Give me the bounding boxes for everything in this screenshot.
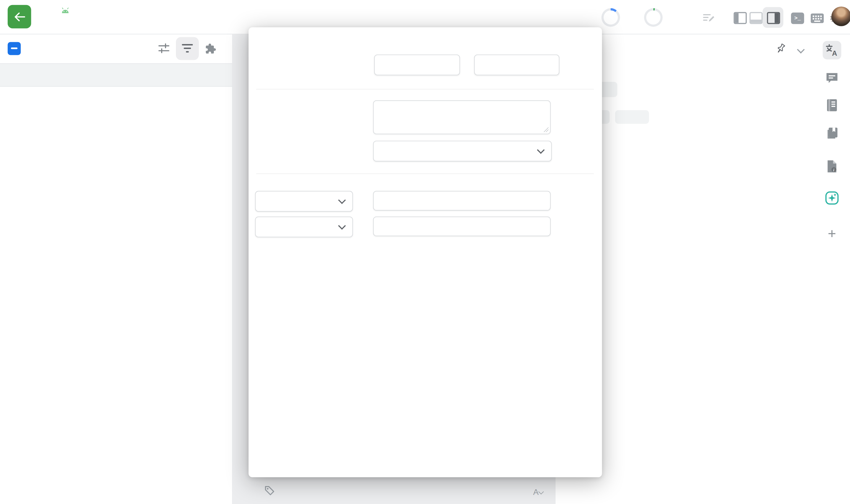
translated-progress-ring[interactable] xyxy=(602,8,620,27)
back-button[interactable] xyxy=(8,5,31,29)
pin-icon[interactable] xyxy=(776,43,786,53)
app-window: >_ ⚙ xyxy=(0,0,850,504)
labels-exclude-tags[interactable] xyxy=(373,216,551,236)
strings-panel xyxy=(0,34,232,504)
advanced-filter-modal xyxy=(248,27,602,477)
search-input[interactable] xyxy=(31,43,148,54)
verbal-expression-textarea[interactable] xyxy=(373,100,551,134)
column-header xyxy=(0,64,232,87)
journal-icon[interactable] xyxy=(822,96,841,115)
translate-icon[interactable]: A xyxy=(822,41,841,59)
labels-include-tags[interactable] xyxy=(373,191,551,211)
layout-left-icon[interactable] xyxy=(734,12,747,24)
puzzle-icon[interactable] xyxy=(204,42,217,55)
arrow-left-icon xyxy=(14,12,25,21)
icon-rail: A i + xyxy=(813,34,850,504)
avatar[interactable] xyxy=(831,6,850,26)
resize-grip[interactable] xyxy=(544,127,549,132)
font-size-icon[interactable]: A xyxy=(533,487,543,496)
breadcrumb xyxy=(41,5,75,15)
layout-right-icon[interactable] xyxy=(767,12,780,24)
svg-text:A: A xyxy=(832,49,837,57)
file-info-icon[interactable]: i xyxy=(822,157,841,176)
terminal-icon[interactable]: >_ xyxy=(791,12,804,24)
ai-sparkle-icon[interactable] xyxy=(822,189,841,207)
search-row xyxy=(0,34,232,64)
scope-select[interactable] xyxy=(373,141,552,161)
tag-icon[interactable] xyxy=(264,485,275,496)
approved-progress-ring[interactable] xyxy=(644,8,663,27)
books-icon[interactable] xyxy=(822,124,841,142)
layout-bottom-icon[interactable] xyxy=(749,12,762,24)
svg-text:i: i xyxy=(833,168,834,172)
filter-icon[interactable] xyxy=(176,37,199,60)
tune-icon[interactable] xyxy=(157,42,170,55)
plus-icon[interactable]: + xyxy=(822,224,841,243)
chevron-down-icon[interactable] xyxy=(797,46,804,53)
date-to-input[interactable] xyxy=(474,55,559,75)
android-icon xyxy=(60,7,70,13)
comment-icon[interactable] xyxy=(822,69,841,87)
label-chip-android[interactable] xyxy=(615,110,649,124)
labels-include-select[interactable] xyxy=(255,191,353,212)
select-all-checkbox[interactable] xyxy=(8,42,21,55)
drafts-pencil-icon[interactable] xyxy=(702,12,715,24)
date-from-input[interactable] xyxy=(374,55,460,75)
modal-footer xyxy=(248,457,602,477)
keyboard-icon[interactable] xyxy=(811,12,824,24)
labels-exclude-select[interactable] xyxy=(255,216,353,237)
